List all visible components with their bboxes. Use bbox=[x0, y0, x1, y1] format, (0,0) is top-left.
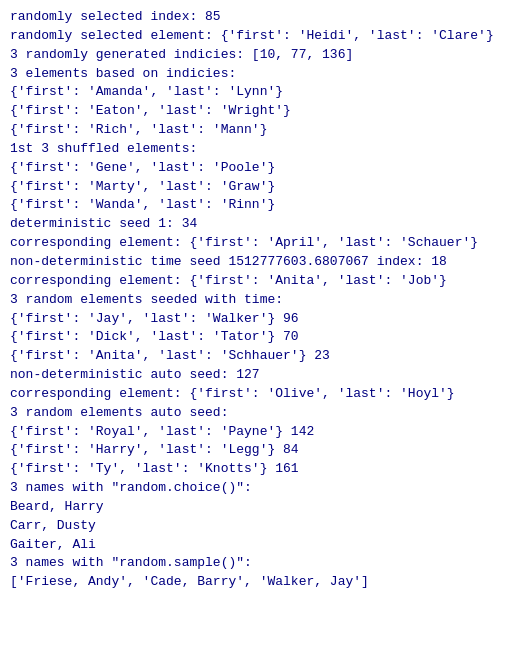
output-line: randomly selected index: 85 bbox=[10, 8, 510, 27]
output-line: corresponding element: {'first': 'Anita'… bbox=[10, 272, 510, 291]
output-line: {'first': 'Ty', 'last': 'Knotts'} 161 bbox=[10, 460, 510, 479]
output-line: ['Friese, Andy', 'Cade, Barry', 'Walker,… bbox=[10, 573, 510, 592]
output-line: {'first': 'Amanda', 'last': 'Lynn'} bbox=[10, 83, 510, 102]
output-line: {'first': 'Marty', 'last': 'Graw'} bbox=[10, 178, 510, 197]
output-line: {'first': 'Wanda', 'last': 'Rinn'} bbox=[10, 196, 510, 215]
output-line: {'first': 'Anita', 'last': 'Schhauer'} 2… bbox=[10, 347, 510, 366]
output-line: 3 names with "random.choice()": bbox=[10, 479, 510, 498]
output-line: {'first': 'Jay', 'last': 'Walker'} 96 bbox=[10, 310, 510, 329]
output-line: {'first': 'Harry', 'last': 'Legg'} 84 bbox=[10, 441, 510, 460]
console-output: randomly selected index: 85randomly sele… bbox=[10, 8, 510, 592]
output-line: {'first': 'Dick', 'last': 'Tator'} 70 bbox=[10, 328, 510, 347]
output-line: Gaiter, Ali bbox=[10, 536, 510, 555]
output-line: {'first': 'Eaton', 'last': 'Wright'} bbox=[10, 102, 510, 121]
output-line: 3 randomly generated indicies: [10, 77, … bbox=[10, 46, 510, 65]
output-line: Carr, Dusty bbox=[10, 517, 510, 536]
output-line: deterministic seed 1: 34 bbox=[10, 215, 510, 234]
output-line: 3 names with "random.sample()": bbox=[10, 554, 510, 573]
output-line: corresponding element: {'first': 'Olive'… bbox=[10, 385, 510, 404]
output-line: randomly selected element: {'first': 'He… bbox=[10, 27, 510, 46]
output-line: 3 random elements seeded with time: bbox=[10, 291, 510, 310]
output-line: corresponding element: {'first': 'April'… bbox=[10, 234, 510, 253]
output-line: Beard, Harry bbox=[10, 498, 510, 517]
output-line: 3 random elements auto seed: bbox=[10, 404, 510, 423]
output-line: {'first': 'Royal', 'last': 'Payne'} 142 bbox=[10, 423, 510, 442]
output-line: 1st 3 shuffled elements: bbox=[10, 140, 510, 159]
output-line: {'first': 'Rich', 'last': 'Mann'} bbox=[10, 121, 510, 140]
output-line: 3 elements based on indicies: bbox=[10, 65, 510, 84]
output-line: {'first': 'Gene', 'last': 'Poole'} bbox=[10, 159, 510, 178]
output-line: non-deterministic auto seed: 127 bbox=[10, 366, 510, 385]
output-line: non-deterministic time seed 1512777603.6… bbox=[10, 253, 510, 272]
